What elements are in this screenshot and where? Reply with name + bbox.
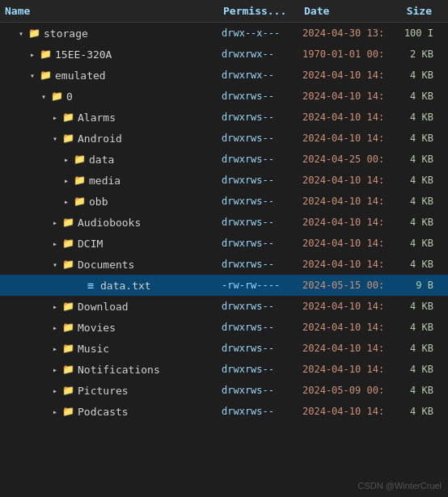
date-cell: 2024-04-10 14: [299,359,388,380]
chevron-open-icon[interactable] [26,69,39,82]
date-cell: 2024-04-10 14: [299,128,388,149]
chevron-closed-icon[interactable] [49,342,61,355]
folder-icon [61,405,74,418]
list-item[interactable]: storagedrwx--x---2024-04-30 13:100 I [0,23,448,44]
file-tree[interactable]: Name Permiss... Date Size storagedrwx--x… [0,0,448,497]
list-item[interactable]: Moviesdrwxrws--2024-04-10 14:4 KB [0,317,448,338]
chevron-closed-icon[interactable] [60,153,73,166]
permissions-cell: drwxrws-- [218,128,299,149]
chevron-closed-icon[interactable] [49,321,61,334]
list-item[interactable]: Notificationsdrwxrws--2024-04-10 14:4 KB [0,359,448,380]
item-label: Podcasts [78,406,129,418]
size-cell: 4 KB [388,233,437,254]
date-cell: 2024-04-10 14: [299,170,388,191]
permissions-cell: drwx--x--- [218,23,299,44]
chevron-open-icon[interactable] [49,132,61,145]
folder-icon [61,363,74,376]
date-cell: 2024-04-10 14: [299,296,388,317]
permissions-cell: drwxrws-- [218,380,299,401]
chevron-empty-icon [71,279,84,292]
list-item[interactable]: 15EE-320Adrwxrwx--1970-01-01 00:2 KB [0,44,448,65]
chevron-open-icon[interactable] [37,90,50,103]
list-item[interactable]: obbdrwxrws--2024-04-10 14:4 KB [0,191,448,212]
permissions-cell: drwxrws-- [218,149,299,170]
folder-icon [61,300,74,313]
list-item[interactable]: Documentsdrwxrws--2024-04-10 14:4 KB [0,254,448,275]
folder-icon [73,174,86,187]
folder-icon [61,258,74,271]
list-item[interactable]: datadrwxrws--2024-04-25 00:4 KB [0,149,448,170]
size-cell: 4 KB [388,254,437,275]
size-cell: 4 KB [388,149,437,170]
header-date: Date [299,3,388,19]
list-item[interactable]: Androiddrwxrws--2024-04-10 14:4 KB [0,128,448,149]
file-icon [84,279,97,292]
date-cell: 2024-04-10 14: [299,212,388,233]
list-item[interactable]: Musicdrwxrws--2024-04-10 14:4 KB [0,338,448,359]
chevron-closed-icon[interactable] [49,237,61,250]
folder-icon [73,153,86,166]
permissions-cell: drwxrws-- [218,401,299,422]
date-cell: 2024-04-30 13: [299,23,388,44]
date-cell: 2024-04-25 00: [299,149,388,170]
list-item[interactable]: Podcastsdrwxrws--2024-04-10 14:4 KB [0,401,448,422]
chevron-closed-icon[interactable] [49,405,61,418]
size-cell: 100 I [388,23,437,44]
folder-icon [27,27,40,40]
list-item[interactable]: mediadrwxrws--2024-04-10 14:4 KB [0,170,448,191]
chevron-closed-icon[interactable] [49,216,61,229]
list-item[interactable]: Alarmsdrwxrws--2024-04-10 14:4 KB [0,107,448,128]
list-item[interactable]: data.txt-rw-rw----2024-05-15 00:9 B [0,275,448,296]
chevron-open-icon[interactable] [15,27,27,40]
list-item[interactable]: 0drwxrws--2024-04-10 14:4 KB [0,86,448,107]
item-label: Android [78,133,122,145]
size-cell: 4 KB [388,317,437,338]
folder-icon [61,216,74,229]
size-cell: 4 KB [388,86,437,107]
list-item[interactable]: Picturesdrwxrws--2024-05-09 00:4 KB [0,380,448,401]
item-label: Pictures [78,385,129,397]
item-label: Notifications [78,364,160,376]
header-permissions: Permiss... [218,3,299,19]
folder-icon [61,132,74,145]
folder-icon [61,384,74,397]
chevron-closed-icon[interactable] [49,300,61,313]
chevron-closed-icon[interactable] [60,174,73,187]
list-item[interactable]: Downloaddrwxrws--2024-04-10 14:4 KB [0,296,448,317]
size-cell: 4 KB [388,338,437,359]
item-label: DCIM [78,238,103,250]
list-item[interactable]: emulateddrwxrwx--2024-04-10 14:4 KB [0,65,448,86]
item-label: Audiobooks [78,217,141,229]
date-cell: 2024-05-09 00: [299,380,388,401]
date-cell: 2024-04-10 14: [299,86,388,107]
permissions-cell: drwxrws-- [218,359,299,380]
chevron-closed-icon[interactable] [49,111,61,124]
chevron-closed-icon[interactable] [49,384,61,397]
watermark: CSDN @WinterCruel [358,481,442,491]
item-label: Alarms [78,112,116,124]
list-item[interactable]: DCIMdrwxrws--2024-04-10 14:4 KB [0,233,448,254]
item-label: emulated [55,69,106,82]
size-cell: 9 B [388,275,437,296]
size-cell: 4 KB [388,380,437,401]
table-header: Name Permiss... Date Size [0,0,448,23]
chevron-closed-icon[interactable] [60,195,73,208]
permissions-cell: drwxrws-- [218,233,299,254]
folder-icon [61,342,74,355]
item-label: storage [44,27,88,40]
permissions-cell: drwxrws-- [218,191,299,212]
chevron-closed-icon[interactable] [26,48,39,61]
date-cell: 2024-04-10 14: [299,317,388,338]
folder-icon [39,69,52,82]
size-cell: 4 KB [388,65,437,86]
size-cell: 4 KB [388,128,437,149]
chevron-open-icon[interactable] [49,258,61,271]
list-item[interactable]: Audiobooksdrwxrws--2024-04-10 14:4 KB [0,212,448,233]
date-cell: 2024-04-10 14: [299,401,388,422]
item-label: media [89,175,120,187]
chevron-closed-icon[interactable] [49,363,61,376]
permissions-cell: drwxrwx-- [218,44,299,65]
header-size: Size [388,3,437,19]
permissions-cell: drwxrws-- [218,170,299,191]
item-label: data [89,154,114,166]
